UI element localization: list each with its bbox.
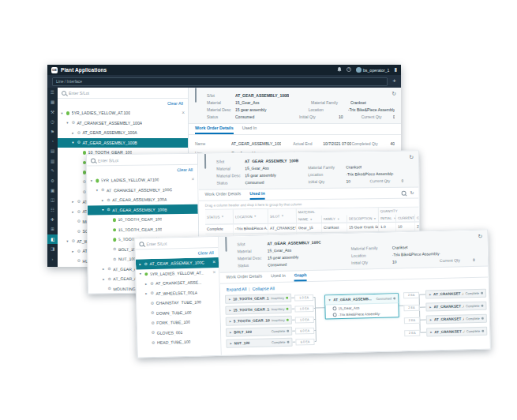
tab-work-order-details[interactable]: Work Order Details: [205, 191, 242, 201]
chevron-right-icon[interactable]: ▸: [71, 200, 75, 204]
chevron-right-icon[interactable]: ▸: [429, 305, 432, 309]
filter-icon[interactable]: ▼: [337, 217, 339, 220]
close-icon[interactable]: ×: [182, 111, 185, 116]
chevron-right-icon[interactable]: ▸: [71, 210, 75, 214]
tab-work-order-details[interactable]: Work Order Details: [195, 126, 234, 134]
refresh-icon[interactable]: ↻: [478, 234, 482, 239]
column-header[interactable]: INITIAL▼: [379, 215, 396, 222]
column-header[interactable]: LOCATION▼: [234, 209, 268, 224]
chevron-down-icon[interactable]: ▾: [60, 111, 64, 115]
chevron-right-icon[interactable]: ▸: [102, 277, 106, 281]
chevron-right-icon[interactable]: ▸: [71, 249, 75, 253]
wrench-icon[interactable]: ⚒: [47, 107, 58, 117]
tree-item[interactable]: ▾5YR_LADIES_YELLOW_AT.100×: [58, 108, 188, 118]
add-tab-button[interactable]: +: [392, 78, 396, 84]
chevron-down-icon[interactable]: ▾: [95, 189, 99, 193]
chevron-right-icon[interactable]: ▸: [229, 320, 232, 324]
layers-icon[interactable]: ☷: [47, 205, 58, 215]
close-icon[interactable]: ×: [191, 177, 194, 182]
expand-icon[interactable]: ›: [47, 254, 58, 264]
graph-input-node[interactable]: ▸5_TOOTH_GEAR_100Inventory: [226, 316, 292, 326]
chevron-right-icon[interactable]: ▸: [144, 291, 148, 295]
grid-icon[interactable]: ▣: [47, 186, 58, 195]
filter-icon[interactable]: ▼: [373, 217, 376, 220]
edit-icon[interactable]: ✎: [47, 166, 58, 175]
tree-search-input[interactable]: Enter S/Lot: [58, 88, 188, 99]
filter-icon[interactable]: ▼: [254, 215, 257, 218]
column-header[interactable]: DESCRIPTION▼: [347, 215, 379, 222]
apps-icon[interactable]: ⊞: [47, 224, 58, 234]
chevron-down-icon[interactable]: ▾: [89, 178, 93, 182]
clock-icon[interactable]: ◷: [47, 117, 58, 126]
column-header[interactable]: S/LOT▼: [268, 208, 297, 223]
tab-used-in[interactable]: Used In: [249, 191, 265, 200]
clear-all-link[interactable]: Clear All: [167, 101, 183, 106]
window-menu-icon[interactable]: ▮: [394, 67, 397, 73]
graph-selected-node[interactable]: ▾AT_GEAR_ASSEMB...Consumed15_Gear_Ass-Tr…: [324, 293, 399, 319]
context-selector[interactable]: Line / Interface: [52, 77, 388, 86]
chevron-down-icon[interactable]: ▾: [71, 141, 75, 144]
graph-output-node[interactable]: ▸AT_CRANKSET_ASSE...Complete: [426, 327, 487, 337]
menu-icon[interactable]: ☰: [47, 88, 58, 97]
tab-work-order-details[interactable]: Work Order Details: [226, 274, 262, 283]
refresh-icon[interactable]: ↻: [391, 91, 396, 96]
column-header[interactable]: CURRENT▼: [396, 214, 415, 221]
clear-all-link[interactable]: Clear All: [198, 250, 214, 255]
column-header[interactable]: CONSUMED▼: [415, 214, 420, 221]
list-icon[interactable]: ▤: [47, 146, 58, 156]
chevron-down-icon[interactable]: ▾: [101, 208, 105, 212]
tree-item[interactable]: ⚙HEAD_TUBE_100: [137, 336, 220, 348]
filter-icon[interactable]: ▼: [309, 218, 312, 221]
column-header[interactable]: NAME▼: [297, 216, 322, 223]
graph-output-node[interactable]: ▸AT_CRANKSET_ASSE...Complete: [425, 302, 486, 312]
column-header[interactable]: FAMILY▼: [322, 216, 347, 223]
tree-item[interactable]: ▾⚙AT_CRANKSET_ASSEMBLY_100A: [58, 118, 188, 129]
chevron-right-icon[interactable]: ▸: [429, 317, 433, 321]
flag-icon[interactable]: ⚑: [47, 127, 58, 137]
rows-icon[interactable]: ▥: [47, 156, 58, 166]
timer-icon[interactable]: ◔: [47, 137, 58, 146]
graph-input-node[interactable]: ▸BOLT_100Complete: [226, 327, 292, 337]
dashboard-icon[interactable]: ▦: [47, 97, 58, 107]
column-header[interactable]: STATUS▼: [205, 209, 234, 223]
filter-icon[interactable]: ▼: [281, 215, 283, 218]
graph-input-node[interactable]: ▸NUT_100Complete: [226, 338, 292, 348]
graph-input-node[interactable]: ▸10_TOOTH_GEAR_1...Inventory: [225, 294, 291, 304]
refresh-icon[interactable]: ↻: [409, 155, 414, 160]
graph-input-node[interactable]: ▸15_TOOTH_GEAR_1...Inventory: [225, 305, 291, 315]
graph-output-node[interactable]: ▸AT_CRANKSET_ASSE...Complete: [425, 289, 486, 299]
grid-search-icon[interactable]: [401, 190, 406, 195]
chevron-right-icon[interactable]: ▸: [144, 282, 148, 286]
chevron-right-icon[interactable]: ▸: [229, 331, 232, 335]
chevron-right-icon[interactable]: ▸: [138, 262, 142, 266]
tree-item[interactable]: ▸⚙AT_GEAR_ASSEMBLY_100A: [58, 128, 188, 138]
chevron-down-icon[interactable]: ▾: [66, 239, 69, 243]
graph-output-node[interactable]: ▸AT_CRANKSET_ASSE...Complete: [426, 314, 487, 324]
tree-item[interactable]: ▾⚙AT_GEAR_ASSEMBLY_100B: [58, 138, 188, 148]
filter-icon[interactable]: ▼: [221, 215, 223, 218]
close-icon[interactable]: ×: [212, 260, 215, 265]
chevron-down-icon[interactable]: ▾: [328, 298, 332, 302]
chevron-down-icon[interactable]: ▾: [138, 272, 142, 276]
chevron-right-icon[interactable]: ▸: [228, 298, 231, 302]
chevron-right-icon[interactable]: ▸: [229, 341, 232, 345]
chevron-down-icon[interactable]: ▾: [66, 121, 69, 125]
settings-icon[interactable]: ⚙: [47, 176, 58, 186]
panel-icon[interactable]: ◨: [47, 244, 58, 253]
tab-graph[interactable]: Graph: [294, 272, 307, 281]
tab-used-in[interactable]: Used In: [271, 273, 286, 282]
clear-all-link[interactable]: Clear All: [177, 167, 193, 172]
expand-all-link[interactable]: Expand All: [227, 287, 247, 292]
help-icon[interactable]: ?: [347, 67, 351, 73]
chevron-right-icon[interactable]: ▸: [228, 309, 231, 313]
chevron-right-icon[interactable]: ▸: [429, 292, 432, 296]
add-icon[interactable]: ✚: [47, 215, 58, 224]
chevron-right-icon[interactable]: ▸: [71, 131, 75, 135]
notifications-bell-icon[interactable]: [337, 67, 342, 73]
grid-refresh-icon[interactable]: ↻: [410, 190, 414, 196]
tab-used-in[interactable]: Used In: [242, 126, 257, 134]
analytics-icon[interactable]: ◧: [47, 234, 58, 244]
chevron-right-icon[interactable]: ▸: [102, 268, 106, 272]
close-icon[interactable]: ×: [212, 269, 215, 275]
chevron-right-icon[interactable]: ▸: [101, 198, 105, 202]
